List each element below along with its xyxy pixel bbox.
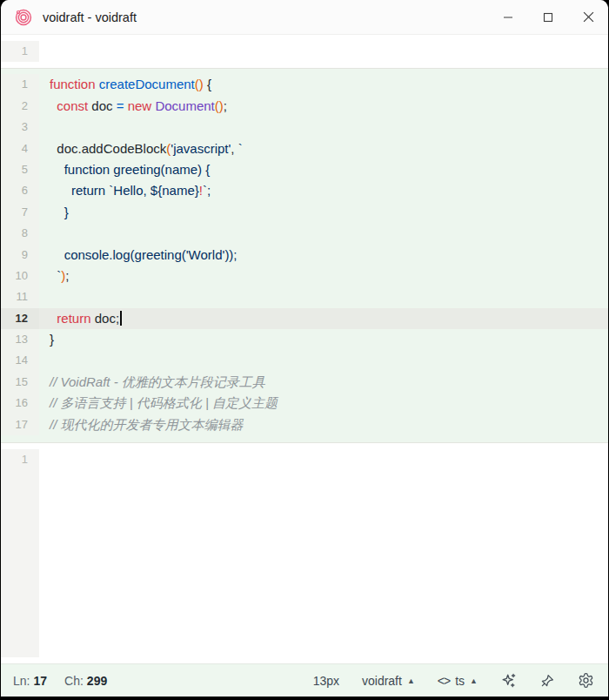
code-text — [39, 117, 608, 138]
window-controls — [488, 0, 608, 34]
code-line[interactable]: 6 return `Hello, ${name}!`; — [1, 180, 608, 201]
window-title: voidraft - voidraft — [43, 10, 137, 24]
code-line[interactable]: 1 — [1, 41, 608, 62]
line-number: 12 — [1, 308, 39, 329]
line-number: 6 — [1, 180, 39, 201]
line-number: 3 — [1, 117, 39, 138]
code-text: console.log(greeting('World')); — [39, 245, 608, 266]
maximize-button[interactable] — [528, 0, 568, 34]
settings-gear-icon[interactable] — [578, 672, 594, 689]
code-line[interactable]: 11 — [1, 286, 608, 307]
gutter-column — [1, 470, 39, 657]
line-number: 1 — [1, 41, 39, 62]
code-line[interactable]: 1 — [1, 449, 608, 470]
code-line[interactable]: 14 — [1, 350, 608, 371]
code-text: const doc = new Document(); — [39, 96, 608, 117]
code-text: `); — [39, 266, 608, 286]
voidraft-logo-icon — [14, 8, 33, 27]
char-indicator: Ch:299 — [64, 674, 107, 688]
code-text — [39, 223, 608, 244]
code-line[interactable]: 9 console.log(greeting('World')); — [1, 245, 608, 266]
code-text — [39, 350, 608, 371]
title-bar: voidraft - voidraft — [1, 0, 608, 35]
editor: 11function createDocument() {2 const doc… — [1, 35, 608, 663]
language-selector[interactable]: <> ts ▲ — [438, 674, 478, 688]
code-line[interactable]: 15// VoidRaft - 优雅的文本片段记录工具 — [1, 372, 608, 393]
document-selector[interactable]: voidraft▲ — [362, 674, 415, 688]
code-text: // 现代化的开发者专用文本编辑器 — [39, 414, 608, 435]
app-window: voidraft - voidraft 11function createDoc… — [0, 0, 609, 697]
line-number: 2 — [1, 96, 39, 117]
code-text: } — [39, 202, 608, 223]
code-block: 1function createDocument() {2 const doc … — [1, 68, 608, 443]
code-text: function greeting(name) { — [39, 159, 608, 180]
code-block: 1 — [1, 35, 608, 68]
close-button[interactable] — [568, 0, 608, 34]
code-text: return `Hello, ${name}!`; — [39, 180, 608, 201]
line-number: 17 — [1, 414, 39, 435]
line-indicator: Ln:17 — [13, 674, 47, 688]
minimize-button[interactable] — [488, 0, 528, 34]
code-block: 1 — [1, 443, 608, 663]
code-line[interactable]: 7 } — [1, 202, 608, 223]
empty-code-area — [39, 470, 608, 657]
format-sparkles-icon[interactable] — [500, 672, 517, 689]
code-text: // 多语言支持 | 代码格式化 | 自定义主题 — [39, 393, 608, 414]
code-line[interactable]: 10 `); — [1, 266, 608, 286]
code-text — [39, 41, 608, 62]
code-line[interactable]: 4 doc.addCodeBlock('javascript', ` — [1, 138, 608, 159]
line-number: 8 — [1, 223, 39, 244]
code-line[interactable]: 8 — [1, 223, 608, 244]
line-number: 15 — [1, 372, 39, 393]
line-number: 13 — [1, 329, 39, 350]
code-line[interactable]: 5 function greeting(name) { — [1, 159, 608, 180]
code-text — [39, 449, 608, 470]
line-number: 1 — [1, 449, 39, 470]
line-number: 14 — [1, 350, 39, 371]
chevron-up-icon: ▲ — [470, 676, 478, 685]
line-number: 4 — [1, 138, 39, 159]
code-text — [39, 286, 608, 307]
font-size-button[interactable]: 13px — [313, 674, 339, 688]
active-code-line[interactable]: 12 return doc; — [1, 308, 608, 329]
code-line[interactable]: 1function createDocument() { — [1, 74, 608, 95]
cursor-position: Ln:17 Ch:299 — [13, 674, 107, 688]
line-number: 10 — [1, 266, 39, 286]
text-caret — [120, 311, 122, 326]
code-line[interactable]: 17// 现代化的开发者专用文本编辑器 — [1, 414, 608, 435]
code-text: return doc; — [39, 308, 608, 329]
code-line[interactable]: 16// 多语言支持 | 代码格式化 | 自定义主题 — [1, 393, 608, 414]
editor-empty-area[interactable] — [1, 470, 608, 657]
line-number: 1 — [1, 74, 39, 95]
pin-icon[interactable] — [539, 673, 555, 689]
code-text: } — [39, 329, 608, 350]
line-number: 5 — [1, 159, 39, 180]
line-number: 16 — [1, 393, 39, 414]
code-text: function createDocument() { — [39, 74, 608, 95]
line-number: 9 — [1, 245, 39, 266]
code-text: // VoidRaft - 优雅的文本片段记录工具 — [39, 372, 608, 393]
chevron-up-icon: ▲ — [407, 676, 415, 685]
line-number: 7 — [1, 202, 39, 223]
line-number: 11 — [1, 286, 39, 307]
code-brackets-icon: <> — [438, 674, 450, 688]
status-bar: Ln:17 Ch:299 13px voidraft▲ <> ts ▲ — [1, 663, 608, 697]
code-line[interactable]: 2 const doc = new Document(); — [1, 96, 608, 117]
code-line[interactable]: 13} — [1, 329, 608, 350]
code-text: doc.addCodeBlock('javascript', ` — [39, 138, 608, 159]
code-line[interactable]: 3 — [1, 117, 608, 138]
